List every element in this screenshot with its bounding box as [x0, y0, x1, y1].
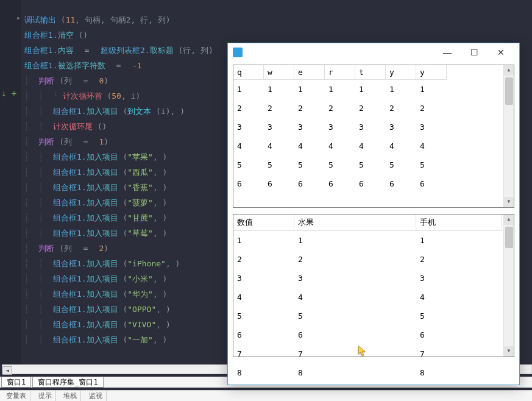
scroll-thumb[interactable] — [505, 227, 513, 248]
table-row[interactable]: 666 — [233, 325, 514, 344]
column-header[interactable]: r — [325, 65, 355, 80]
minimize-button[interactable]: — — [434, 44, 461, 61]
scroll-down-icon[interactable]: ▼ — [504, 346, 514, 357]
column-header[interactable]: q — [233, 65, 264, 80]
listview-1-scrollbar[interactable]: ▲ ▼ — [503, 65, 514, 207]
table-row[interactable]: 888 — [233, 363, 514, 382]
scroll-down-icon[interactable]: ▼ — [504, 197, 514, 207]
status-stack[interactable]: 堆栈 — [60, 391, 81, 401]
table-row[interactable]: 333 — [233, 269, 514, 288]
table-row[interactable]: 222 — [233, 250, 514, 269]
table-cell: 5 — [233, 307, 294, 325]
table-cell: 1 — [294, 231, 416, 250]
table-cell: 5 — [416, 307, 502, 325]
table-cell: 6 — [325, 174, 355, 193]
listview-1[interactable]: qwertyy111111122222223333333444444455555… — [233, 65, 514, 193]
fold-marker[interactable]: ▸ — [16, 13, 21, 22]
column-header[interactable]: y — [416, 65, 447, 80]
column-header[interactable]: t — [355, 65, 386, 80]
table-cell: 5 — [325, 155, 355, 174]
scroll-thumb[interactable] — [505, 77, 513, 105]
column-header[interactable]: 水果 — [294, 215, 416, 231]
table-cell: 2 — [355, 99, 386, 118]
table-cell: 1 — [416, 231, 502, 250]
status-bar: 变量表 提示 堆栈 监视 — [0, 390, 532, 401]
column-header[interactable]: w — [264, 65, 294, 80]
status-hints[interactable]: 提示 — [35, 391, 56, 401]
table-cell: 2 — [233, 250, 294, 269]
table-cell: 6 — [416, 325, 502, 344]
table-row[interactable]: 555 — [233, 307, 514, 325]
listview-2-wrap: 数值水果手机111222333444555666777888 ▲ ▼ — [233, 214, 514, 357]
table-cell: 2 — [294, 99, 325, 118]
scroll-up-icon[interactable]: ▲ — [504, 215, 514, 225]
table-cell: 6 — [294, 174, 325, 193]
table-cell: 1 — [233, 231, 294, 250]
scroll-left-button[interactable]: ◄ — [2, 366, 12, 375]
table-row[interactable]: 6666666 — [233, 174, 514, 193]
table-cell: 2 — [233, 99, 264, 118]
close-button[interactable]: ✕ — [488, 44, 514, 61]
maximize-button[interactable]: ☐ — [461, 44, 488, 61]
table-cell: 3 — [416, 269, 502, 288]
table-cell: 3 — [264, 118, 294, 137]
tab-procset[interactable]: 窗口程序集_窗口1 — [32, 377, 103, 388]
table-cell: 3 — [294, 118, 325, 137]
table-cell: 6 — [233, 325, 294, 344]
table-cell: 3 — [416, 118, 447, 137]
window-titlebar[interactable]: — ☐ ✕ — [228, 43, 519, 62]
table-cell: 3 — [355, 118, 386, 137]
listview-2-scrollbar[interactable]: ▲ ▼ — [503, 215, 514, 357]
table-cell: 4 — [294, 288, 416, 307]
table-row[interactable]: 111 — [233, 231, 514, 250]
scroll-up-icon[interactable]: ▲ — [504, 65, 514, 76]
table-cell: 6 — [355, 174, 386, 193]
table-cell: 8 — [294, 363, 416, 382]
table-cell: 2 — [325, 99, 355, 118]
tab-window1[interactable]: 窗口1 — [1, 377, 31, 388]
table-cell: 4 — [325, 137, 355, 155]
table-cell: 6 — [386, 174, 416, 193]
table-cell: 4 — [416, 288, 502, 307]
table-row[interactable]: 1111111 — [233, 80, 514, 99]
table-cell: 8 — [416, 363, 502, 382]
column-header[interactable]: e — [294, 65, 325, 80]
table-cell: 5 — [416, 155, 447, 174]
table-cell: 3 — [325, 118, 355, 137]
table-cell: 2 — [416, 99, 447, 118]
breakpoint-arrow[interactable]: ↓ + — [1, 88, 16, 98]
table-cell: 1 — [294, 80, 325, 99]
table-row[interactable]: 444 — [233, 288, 514, 307]
table-cell: 2 — [386, 99, 416, 118]
status-vars[interactable]: 变量表 — [2, 391, 30, 401]
table-cell: 3 — [386, 118, 416, 137]
table-row[interactable]: 4444444 — [233, 137, 514, 155]
column-header[interactable]: y — [386, 65, 416, 80]
table-cell: 7 — [294, 344, 416, 363]
table-cell: 1 — [416, 80, 447, 99]
listview-1-wrap: qwertyy111111122222223333333444444455555… — [233, 65, 514, 208]
table-cell: 4 — [264, 137, 294, 155]
table-row[interactable]: 5555555 — [233, 155, 514, 174]
table-cell: 4 — [233, 288, 294, 307]
table-row[interactable]: 2222222 — [233, 99, 514, 118]
table-cell: 4 — [386, 137, 416, 155]
table-cell: 5 — [386, 155, 416, 174]
table-row[interactable]: 3333333 — [233, 118, 514, 137]
table-row[interactable]: 777 — [233, 344, 514, 363]
table-cell: 3 — [233, 118, 264, 137]
column-header[interactable]: 数值 — [233, 215, 294, 231]
editor-gutter: ▸ ↓ + — [0, 0, 21, 364]
table-cell: 7 — [233, 344, 294, 363]
column-header[interactable]: 手机 — [416, 215, 502, 231]
table-cell: 2 — [294, 250, 416, 269]
listview-2[interactable]: 数值水果手机111222333444555666777888 — [233, 215, 514, 382]
table-cell: 2 — [264, 99, 294, 118]
table-cell: 5 — [294, 155, 325, 174]
code-area[interactable]: 调试输出 (11, 句柄, 句柄2, 行, 列)组合框1.清空 ()组合框1.内… — [24, 12, 213, 347]
status-watch[interactable]: 监视 — [85, 391, 107, 401]
table-cell: 1 — [325, 80, 355, 99]
table-cell: 7 — [416, 344, 502, 363]
table-cell: 8 — [233, 363, 294, 382]
table-cell: 5 — [355, 155, 386, 174]
